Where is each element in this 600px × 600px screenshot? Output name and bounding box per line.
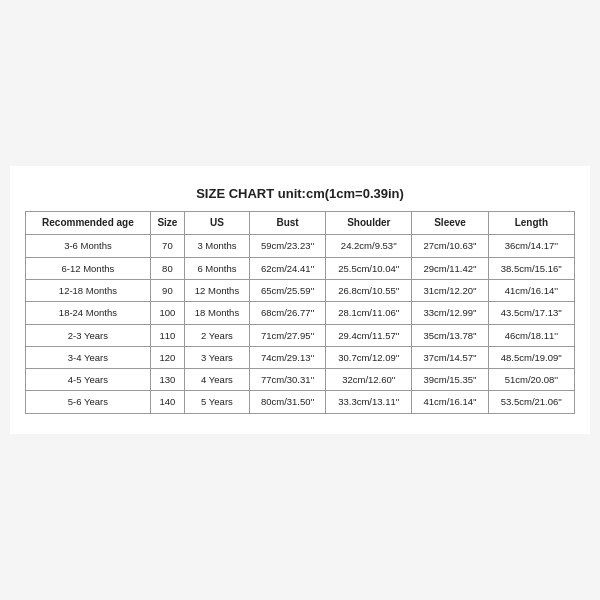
table-cell: 5-6 Years [26, 391, 151, 413]
table-row: 3-6 Months703 Months59cm/23.23''24.2cm/9… [26, 235, 575, 257]
table-cell: 3 Months [184, 235, 249, 257]
table-cell: 3-6 Months [26, 235, 151, 257]
table-cell: 62cm/24.41'' [249, 257, 325, 279]
table-cell: 43.5cm/17.13'' [488, 302, 574, 324]
table-cell: 130 [150, 369, 184, 391]
table-cell: 30.7cm/12.09'' [326, 346, 412, 368]
table-cell: 2 Years [184, 324, 249, 346]
size-chart-container: SIZE CHART unit:cm(1cm=0.39in) Recommend… [10, 166, 590, 433]
table-cell: 4 Years [184, 369, 249, 391]
table-cell: 29cm/11.42'' [412, 257, 488, 279]
table-cell: 68cm/26.77'' [249, 302, 325, 324]
table-cell: 3 Years [184, 346, 249, 368]
table-cell: 70 [150, 235, 184, 257]
table-cell: 33cm/12.99'' [412, 302, 488, 324]
table-cell: 48.5cm/19.09'' [488, 346, 574, 368]
table-row: 2-3 Years1102 Years71cm/27.95''29.4cm/11… [26, 324, 575, 346]
table-cell: 51cm/20.08'' [488, 369, 574, 391]
table-cell: 33.3cm/13.11'' [326, 391, 412, 413]
table-row: 3-4 Years1203 Years74cm/29.13''30.7cm/12… [26, 346, 575, 368]
table-cell: 36cm/14.17'' [488, 235, 574, 257]
table-cell: 65cm/25.59'' [249, 279, 325, 301]
table-cell: 120 [150, 346, 184, 368]
table-cell: 25.5cm/10.04'' [326, 257, 412, 279]
table-cell: 41cm/16.14'' [488, 279, 574, 301]
column-header: Sleeve [412, 212, 488, 235]
table-cell: 28.1cm/11.06'' [326, 302, 412, 324]
table-cell: 29.4cm/11.57'' [326, 324, 412, 346]
table-cell: 2-3 Years [26, 324, 151, 346]
table-cell: 12 Months [184, 279, 249, 301]
table-cell: 32cm/12.60'' [326, 369, 412, 391]
column-header: Shoulder [326, 212, 412, 235]
column-header: Length [488, 212, 574, 235]
table-cell: 41cm/16.14'' [412, 391, 488, 413]
column-header: Recommended age [26, 212, 151, 235]
table-cell: 77cm/30.31'' [249, 369, 325, 391]
table-row: 6-12 Months806 Months62cm/24.41''25.5cm/… [26, 257, 575, 279]
table-cell: 18 Months [184, 302, 249, 324]
table-cell: 3-4 Years [26, 346, 151, 368]
table-cell: 6 Months [184, 257, 249, 279]
table-cell: 24.2cm/9.53'' [326, 235, 412, 257]
table-cell: 5 Years [184, 391, 249, 413]
table-cell: 140 [150, 391, 184, 413]
table-cell: 27cm/10.63'' [412, 235, 488, 257]
table-cell: 90 [150, 279, 184, 301]
table-cell: 80 [150, 257, 184, 279]
column-header: Bust [249, 212, 325, 235]
table-header-row: Recommended ageSizeUSBustShoulderSleeveL… [26, 212, 575, 235]
table-cell: 12-18 Months [26, 279, 151, 301]
size-chart-table: Recommended ageSizeUSBustShoulderSleeveL… [25, 211, 575, 413]
table-cell: 110 [150, 324, 184, 346]
table-cell: 38.5cm/15.16'' [488, 257, 574, 279]
table-cell: 59cm/23.23'' [249, 235, 325, 257]
column-header: US [184, 212, 249, 235]
table-cell: 31cm/12.20'' [412, 279, 488, 301]
table-cell: 46cm/18.11'' [488, 324, 574, 346]
table-cell: 53.5cm/21.06'' [488, 391, 574, 413]
table-cell: 100 [150, 302, 184, 324]
table-cell: 4-5 Years [26, 369, 151, 391]
table-cell: 18-24 Months [26, 302, 151, 324]
table-cell: 35cm/13.78'' [412, 324, 488, 346]
column-header: Size [150, 212, 184, 235]
table-cell: 26.8cm/10.55'' [326, 279, 412, 301]
table-cell: 74cm/29.13'' [249, 346, 325, 368]
table-cell: 80cm/31.50'' [249, 391, 325, 413]
table-cell: 71cm/27.95'' [249, 324, 325, 346]
table-row: 12-18 Months9012 Months65cm/25.59''26.8c… [26, 279, 575, 301]
chart-title: SIZE CHART unit:cm(1cm=0.39in) [25, 186, 575, 201]
table-row: 5-6 Years1405 Years80cm/31.50''33.3cm/13… [26, 391, 575, 413]
table-cell: 37cm/14.57'' [412, 346, 488, 368]
table-row: 4-5 Years1304 Years77cm/30.31''32cm/12.6… [26, 369, 575, 391]
table-body: 3-6 Months703 Months59cm/23.23''24.2cm/9… [26, 235, 575, 413]
table-cell: 6-12 Months [26, 257, 151, 279]
table-cell: 39cm/15.35'' [412, 369, 488, 391]
table-row: 18-24 Months10018 Months68cm/26.77''28.1… [26, 302, 575, 324]
